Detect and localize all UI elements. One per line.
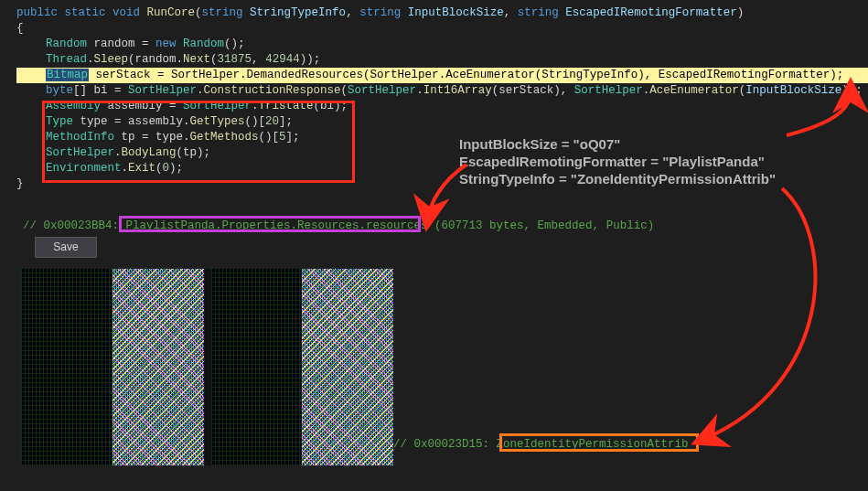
anno-stringtypeinfo: StringTypeInfo = "ZoneIdentityPermission… — [459, 170, 776, 187]
line-bitmap: Bitmap serStack = SortHelper.DemandedRes… — [16, 68, 868, 83]
method-runcore: RunCore — [147, 6, 196, 19]
line-thread-sleep: Thread.Sleep(random.Next(31875, 42944)); — [16, 52, 868, 68]
kw-static: static — [65, 6, 113, 19]
noise-segment-4 — [302, 269, 393, 465]
highlight-box-assembly-load — [42, 101, 355, 183]
param-inputblocksize: InputBlockSize — [408, 6, 504, 19]
line-random: Random random = new Random(); — [16, 37, 868, 52]
save-button[interactable]: Save — [35, 237, 97, 258]
brace-open: { — [16, 21, 868, 37]
selected-bitmap: Bitmap — [46, 69, 89, 81]
kw-public: public — [16, 6, 65, 19]
annotation-values: InputBlockSize = "oQ07" EscapedIRemoting… — [459, 135, 776, 187]
kw-void: void — [113, 6, 147, 19]
noise-bar — [204, 269, 211, 465]
embedded-resource-preview — [21, 269, 393, 465]
anno-inputblocksize: InputBlockSize = "oQ07" — [459, 135, 776, 153]
noise-segment-3 — [211, 269, 303, 465]
arrow-to-zoneidentity — [704, 188, 815, 439]
line-byte-bi: byte[] bi = SortHelper.ConstructionRespo… — [16, 83, 868, 99]
param-stringtypeinfo: StringTypeInfo — [250, 6, 346, 19]
highlight-box-zoneidentity — [499, 433, 699, 452]
noise-segment-1 — [21, 269, 113, 465]
anno-escapediremotingformatter: EscapedIRemotingFormatter = "PlaylistPan… — [459, 153, 776, 170]
param-escapediremotingformatter: EscapedIRemotingFormatter — [565, 6, 737, 19]
noise-segment-2 — [113, 269, 204, 465]
method-signature: public static void RunCore(string String… — [16, 5, 868, 21]
highlight-box-resource-name — [119, 216, 421, 232]
